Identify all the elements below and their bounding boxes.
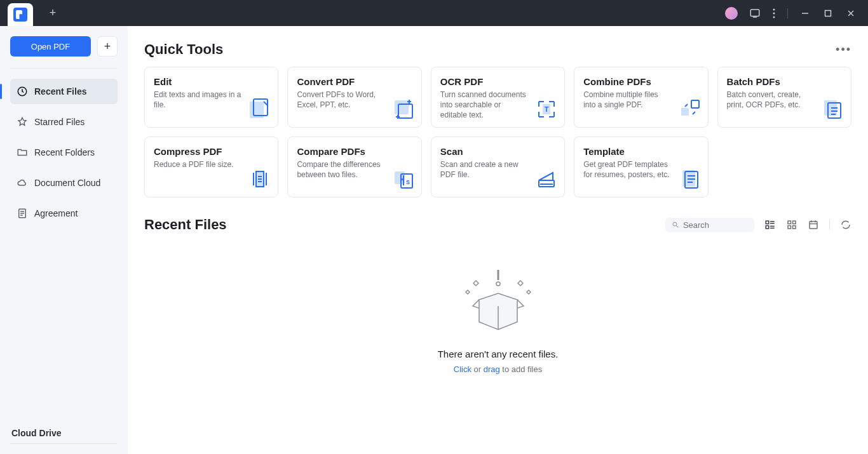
main-content: Quick Tools ••• EditEdit texts and image…: [128, 26, 868, 454]
tool-card-compare-pdfs[interactable]: Compare PDFsCompare the differences betw…: [287, 137, 421, 197]
tool-title: Combine PDFs: [583, 76, 698, 87]
tool-card-scan[interactable]: ScanScan and create a new PDF file.: [431, 137, 565, 197]
tool-title: Scan: [440, 146, 555, 157]
sidebar-item-label: Recent Files: [34, 86, 86, 97]
tool-desc: Turn scanned documents into searchable o…: [440, 90, 529, 121]
compress-icon: [248, 168, 271, 190]
tool-title: Compare PDFs: [297, 146, 412, 157]
tool-title: Compress PDF: [154, 146, 269, 157]
sidebar-item-label: Document Cloud: [34, 178, 100, 188]
sidebar-item-agreement[interactable]: Agreement: [10, 201, 118, 226]
refresh-button[interactable]: [840, 219, 851, 230]
empty-drag-link[interactable]: drag: [484, 364, 500, 374]
new-tab-button[interactable]: +: [44, 6, 61, 20]
svg-point-1: [773, 8, 775, 10]
tool-card-template[interactable]: TemplateGet great PDF templates for resu…: [574, 137, 708, 197]
tool-card-convert-pdf[interactable]: Convert PDFConvert PDFs to Word, Excel, …: [287, 67, 421, 128]
maximize-button[interactable]: [822, 10, 834, 17]
empty-subtitle: Click or drag to add files: [144, 364, 851, 374]
titlebar-divider: [787, 8, 788, 18]
app-tab[interactable]: [8, 3, 33, 26]
minimize-button[interactable]: [799, 10, 811, 17]
tool-desc: Combine multiple files into a single PDF…: [583, 90, 672, 110]
titlebar: +: [0, 0, 868, 26]
svg-line-40: [676, 225, 677, 227]
tool-title: Template: [583, 146, 698, 157]
quick-tools-title: Quick Tools: [144, 41, 223, 58]
sidebar-item-label: Agreement: [34, 208, 78, 218]
sidebar-item-label: Recent Folders: [34, 147, 95, 157]
folder-icon: [17, 147, 28, 158]
svg-point-2: [773, 12, 775, 14]
edit-icon: [248, 98, 271, 121]
open-pdf-button[interactable]: Open PDF: [10, 36, 91, 57]
quick-tools-grid: EditEdit texts and images in a file.Conv…: [144, 67, 851, 197]
agreement-icon: [17, 208, 28, 219]
tool-desc: Scan and create a new PDF file.: [440, 159, 529, 180]
view-calendar-button[interactable]: [808, 219, 819, 230]
tool-desc: Get great PDF templates for resumes, pos…: [583, 159, 672, 180]
search-icon: [672, 220, 679, 229]
scan-icon: [535, 168, 558, 190]
create-pdf-button[interactable]: +: [97, 36, 118, 57]
menu-icon[interactable]: [772, 8, 776, 19]
avatar[interactable]: [725, 7, 738, 20]
tool-card-compress-pdf[interactable]: Compress PDFReduce a PDF file size.: [144, 137, 278, 197]
convert-icon: [392, 98, 415, 121]
tool-title: Batch PDFs: [727, 76, 842, 87]
sidebar-item-recent-files[interactable]: Recent Files: [10, 79, 118, 104]
cloud-drive-header[interactable]: Cloud Drive: [10, 423, 118, 444]
svg-rect-20: [691, 100, 699, 108]
view-grid-button[interactable]: [786, 219, 797, 230]
tool-card-combine-pdfs[interactable]: Combine PDFsCombine multiple files into …: [574, 67, 708, 128]
search-box[interactable]: [665, 218, 754, 232]
svg-rect-51: [810, 222, 817, 229]
svg-point-3: [773, 16, 775, 18]
tool-desc: Reduce a PDF file size.: [154, 159, 243, 170]
empty-box-icon: [460, 265, 536, 335]
svg-rect-19: [681, 108, 689, 116]
svg-rect-47: [788, 221, 791, 224]
empty-state: There aren't any recent files. Click or …: [144, 265, 851, 374]
sidebar-item-recent-folders[interactable]: Recent Folders: [10, 140, 118, 165]
close-button[interactable]: [845, 10, 857, 17]
feedback-icon[interactable]: [749, 8, 761, 19]
sidebar-item-document-cloud[interactable]: Document Cloud: [10, 170, 118, 196]
svg-rect-49: [788, 226, 791, 229]
svg-rect-50: [793, 226, 796, 229]
tool-desc: Convert PDFs to Word, Excel, PPT, etc.: [297, 90, 386, 110]
cloud-icon: [17, 177, 28, 189]
svg-rect-0: [750, 10, 759, 17]
tool-card-ocr-pdf[interactable]: OCR PDFTurn scanned documents into searc…: [431, 67, 565, 128]
template-icon: [679, 168, 702, 190]
svg-rect-41: [766, 221, 769, 224]
combine-icon: [679, 98, 702, 121]
tool-title: Convert PDF: [297, 76, 412, 87]
app-logo-icon: [13, 8, 27, 22]
star-icon: [17, 116, 28, 128]
sidebar-item-label: Starred Files: [34, 117, 85, 127]
tool-desc: Edit texts and images in a file.: [154, 90, 243, 110]
search-input[interactable]: [683, 220, 748, 230]
svg-rect-5: [825, 10, 831, 16]
tool-desc: Compare the differences between two file…: [297, 159, 386, 180]
ocr-icon: T: [535, 98, 558, 121]
svg-rect-48: [793, 221, 796, 224]
quick-tools-more-button[interactable]: •••: [836, 43, 851, 57]
svg-text:T: T: [545, 105, 549, 113]
tool-card-batch-pdfs[interactable]: Batch PDFsBatch convert, create, print, …: [717, 67, 851, 128]
tool-title: OCR PDF: [440, 76, 555, 87]
tool-title: Edit: [154, 76, 269, 87]
svg-rect-44: [766, 226, 769, 229]
batch-icon: [822, 98, 844, 121]
svg-text:S: S: [406, 179, 410, 185]
recent-files-title: Recent Files: [144, 217, 227, 233]
clock-icon: [17, 86, 28, 97]
sidebar-divider: [10, 68, 118, 69]
empty-title: There aren't any recent files.: [144, 349, 851, 359]
empty-click-link[interactable]: Click: [454, 364, 471, 374]
tool-card-edit[interactable]: EditEdit texts and images in a file.: [144, 67, 278, 128]
recent-tools-divider: [829, 220, 830, 230]
view-list-button[interactable]: [764, 219, 776, 230]
sidebar-item-starred-files[interactable]: Starred Files: [10, 109, 118, 135]
